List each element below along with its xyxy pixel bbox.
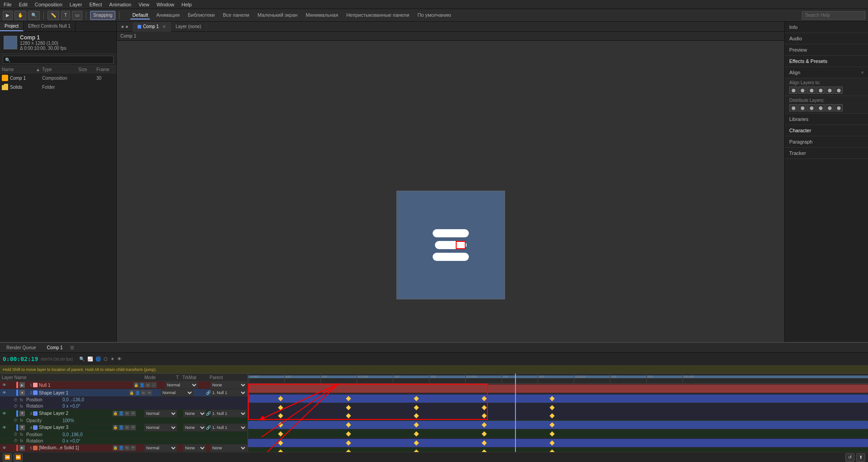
panel-item-preview[interactable]: Preview (785, 44, 868, 56)
text-tool-button[interactable]: T (61, 11, 70, 20)
timeline-loop-button[interactable]: ↺ (845, 453, 854, 462)
workspace-smallscreen[interactable]: Маленький экран (256, 11, 300, 19)
keyframe[interactable] (346, 413, 351, 418)
layer-row[interactable]: 👁 ▼ 4 Shape Layer 3 🔒 👤 fx ✏ Normal (0, 424, 248, 432)
lock-icon[interactable]: 🔒 (134, 382, 139, 388)
align-top-button[interactable]: ⬤ (816, 87, 825, 94)
pen-icon[interactable]: ✏ (147, 390, 152, 395)
hide-shy-icon[interactable]: 👤 (135, 390, 140, 395)
lock-icon[interactable]: 🔒 (113, 445, 118, 451)
hide-shy-icon[interactable]: 👤 (119, 425, 124, 430)
hide-shy-icon[interactable]: 👤 (139, 382, 145, 388)
lock-icon[interactable]: 🔒 (129, 390, 134, 395)
panel-item-tracker[interactable]: Tracker (785, 148, 868, 159)
work-area-bar[interactable] (248, 375, 868, 378)
keyframe[interactable] (346, 449, 351, 452)
keyframe[interactable] (482, 449, 486, 452)
solo-switch-button[interactable]: ☀ (110, 356, 115, 361)
layer-expand-button[interactable]: ▼ (19, 411, 25, 416)
workspace-allpanels[interactable]: Все панели (221, 11, 251, 19)
layer-mode-select[interactable]: Normal (161, 389, 193, 396)
project-search-input[interactable] (3, 56, 114, 64)
distribute-right-button[interactable]: ⬤ (807, 104, 816, 111)
close-tab-icon[interactable]: ✕ (162, 24, 166, 29)
workspace-undocked[interactable]: Непристыкованные панели (344, 11, 411, 19)
motion-blur-icon[interactable]: ~ (151, 382, 157, 388)
timeline-playhead[interactable] (515, 374, 516, 384)
align-bottom-button[interactable]: ⬤ (835, 87, 843, 94)
pen-tool-button[interactable]: ✏️ (48, 11, 59, 20)
timeline-ruler[interactable]: 0:00f 10f 20f 01:00f 10f 20f 02:00f 10f … (248, 374, 868, 384)
keyframe[interactable] (549, 405, 554, 410)
col-type-header[interactable]: Type (42, 67, 78, 72)
hide-shy-icon[interactable]: 👤 (119, 445, 124, 451)
menu-file[interactable]: File (4, 2, 12, 7)
list-item[interactable]: Solids Folder (0, 82, 116, 91)
keyframe[interactable] (549, 413, 554, 418)
keyframe[interactable] (278, 413, 283, 418)
layer-expand-button[interactable]: ▼ (19, 390, 25, 395)
tab-project[interactable]: Project (0, 22, 24, 31)
keyframe[interactable] (278, 405, 283, 410)
effect-icon[interactable]: fx (141, 390, 146, 395)
search-layers-button[interactable]: 🔍 (78, 356, 86, 361)
shy-layers-button[interactable]: 👁 (116, 356, 123, 361)
keyframe[interactable] (482, 405, 486, 410)
layer-mode-select[interactable]: Normal (144, 444, 177, 452)
layer-visibility-toggle[interactable]: 👁 (1, 382, 7, 388)
keyframe[interactable] (482, 413, 486, 418)
motion-blur-button[interactable]: 🌀 (95, 356, 102, 361)
panel-item-effects-presets[interactable]: Effects & Presets (785, 56, 868, 67)
workspace-libraries[interactable]: Библиотеки (186, 11, 217, 19)
menu-layer[interactable]: Layer (70, 2, 82, 7)
menu-view[interactable]: View (138, 2, 149, 7)
hide-shy-icon[interactable]: 👤 (119, 411, 124, 416)
track-row[interactable] (248, 384, 868, 394)
align-left-button[interactable]: ⬤ (789, 87, 797, 94)
align-center-h-button[interactable]: ⬤ (798, 87, 806, 94)
panel-item-paragraph[interactable]: Paragraph (785, 136, 868, 148)
layer-parent-select[interactable]: 1. Null 1 (210, 389, 247, 396)
workspace-animation[interactable]: Анимация (154, 11, 181, 19)
graph-editor-button[interactable]: 📈 (86, 356, 94, 361)
layer-trkmat-select[interactable]: None (183, 444, 206, 452)
menu-animation[interactable]: Animation (109, 2, 131, 7)
lock-icon[interactable]: 🔒 (113, 411, 118, 416)
timeline-expand-button[interactable]: ⬆ (856, 453, 865, 462)
distribute-left-button[interactable]: ⬤ (789, 104, 797, 111)
timeline-play-button[interactable]: ⏪ (3, 453, 12, 462)
select-tool-button[interactable]: ▶ (3, 11, 13, 20)
comp1-tab[interactable]: Comp 1 (43, 344, 67, 351)
distribute-bottom-button[interactable]: ⬤ (835, 104, 843, 111)
layer-row[interactable]: 👁 ▶ 1 Null 1 🔒 👤 fx ~ Normal (0, 381, 248, 389)
shape-tool-button[interactable]: ▭ (72, 11, 82, 20)
layer-parent-select[interactable]: None (210, 381, 247, 389)
menu-edit[interactable]: Edit (19, 2, 28, 7)
menu-composition[interactable]: Composition (35, 2, 62, 7)
track-row[interactable] (248, 420, 868, 430)
panel-item-info[interactable]: Info (785, 22, 868, 33)
keyframe[interactable] (482, 431, 486, 436)
keyframe[interactable] (414, 405, 419, 410)
track-row[interactable] (248, 394, 868, 404)
snapping-button[interactable]: Snapping (90, 11, 115, 20)
keyframe[interactable] (346, 405, 351, 410)
layer-parent-select[interactable]: 1. Null 1 (210, 410, 247, 417)
workspace-default[interactable]: Default (130, 11, 150, 19)
hand-tool-button[interactable]: ✋ (14, 11, 26, 20)
layer-row[interactable]: 👁 ▼ 3 Shape Layer 2 🔒 👤 fx ✏ Normal (0, 409, 248, 417)
panel-item-audio[interactable]: Audio (785, 33, 868, 44)
distribute-center-v-button[interactable]: ⬤ (825, 104, 834, 111)
tab-layer-none[interactable]: Layer (none) (171, 22, 206, 32)
layer-visibility-toggle[interactable]: 👁 (1, 445, 7, 451)
layer-parent-select[interactable]: None (210, 444, 247, 452)
layer-visibility-toggle[interactable]: 👁 (1, 390, 7, 396)
zoom-tool-button[interactable]: 🔍 (28, 11, 40, 20)
col-size-header[interactable]: Size (78, 67, 96, 72)
layer-expand-button[interactable]: ▼ (19, 425, 25, 430)
timeline-menu-button[interactable]: ☰ (70, 345, 74, 350)
timeline-home-button[interactable]: ⏩ (14, 453, 23, 462)
lock-icon[interactable]: 🔒 (113, 425, 118, 430)
keyframe[interactable] (414, 413, 419, 418)
panel-item-character[interactable]: Character (785, 125, 868, 136)
